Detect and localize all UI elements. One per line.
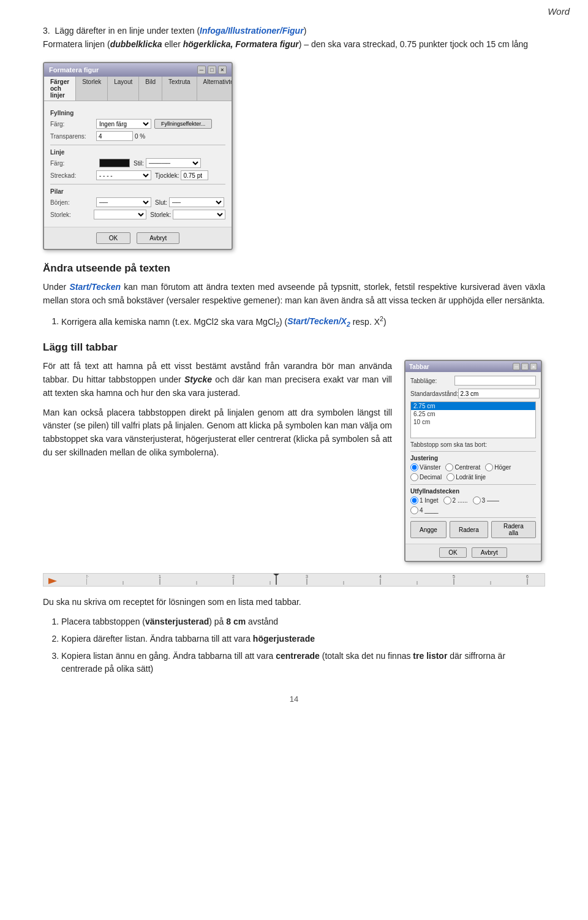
list-item-3: Kopiera listan ännu en gång. Ändra tabba… bbox=[61, 650, 545, 676]
linje-stil-label: Stil: bbox=[134, 160, 144, 167]
transparens-label: Transparens: bbox=[50, 133, 96, 140]
list-item-kemiska: Korrigera alla kemiska namn (t.ex. MgCl2… bbox=[61, 314, 545, 330]
svg-text:·2·: ·2· bbox=[86, 574, 89, 579]
radio-vanster[interactable]: Vänster bbox=[410, 463, 440, 471]
transparens-input[interactable] bbox=[96, 131, 133, 141]
tab-alternativtext[interactable]: Alternativtext bbox=[197, 77, 233, 101]
close-button[interactable]: × bbox=[218, 66, 227, 74]
tre-listor-text: tre listor bbox=[413, 651, 447, 661]
formatera-title-buttons[interactable]: ─ □ × bbox=[197, 66, 227, 74]
transparens-unit: 0 % bbox=[135, 133, 145, 140]
svg-text:4: 4 bbox=[379, 574, 382, 579]
svg-marker-25 bbox=[273, 574, 279, 576]
tabbar-dialog-container: Tabbar ─ □ × Tabbläge: Stand bbox=[404, 360, 545, 562]
tabbar-instructions-list: Placera tabbstoppen (vänsterjusterad) på… bbox=[61, 615, 545, 676]
section-3-text: 3. Lägg därefter in en linje under texte… bbox=[43, 25, 545, 51]
andra-utseende-heading: Ändra utseende på texten bbox=[43, 262, 545, 275]
tab-bild[interactable]: Bild bbox=[139, 77, 162, 101]
tjocklek-input[interactable] bbox=[181, 170, 208, 180]
8cm-text: 8 cm bbox=[226, 617, 246, 626]
storlek2-select[interactable] bbox=[173, 210, 225, 219]
tab-textruta[interactable]: Textruta bbox=[162, 77, 197, 101]
slut-label: Slut: bbox=[155, 199, 167, 206]
radio-centrerat[interactable]: Centrerat bbox=[445, 463, 480, 471]
tabbar-ok-button[interactable]: OK bbox=[439, 547, 466, 558]
maximize-button[interactable]: □ bbox=[208, 66, 216, 74]
radio-decimal[interactable]: Decimal bbox=[410, 473, 442, 481]
formatera-dialog: Formatera figur ─ □ × Färger och linjer … bbox=[43, 62, 233, 250]
radio-lodrat[interactable]: Lodrät linje bbox=[447, 473, 486, 481]
tabbar-list-item-2[interactable]: 6.25 cm bbox=[411, 410, 535, 418]
fyllning-farg-select[interactable]: Ingen färg bbox=[96, 119, 151, 129]
radio-2-dots[interactable]: 2 ...... bbox=[443, 496, 468, 504]
standardavstand-input[interactable] bbox=[458, 389, 540, 398]
ok-button[interactable]: OK bbox=[96, 232, 130, 244]
fyllning-farg-row: Färg: Ingen färg Fyllningseffekter... bbox=[50, 119, 225, 129]
lagg-till-tabbar-section: Lägg till tabbar För att få text att ham… bbox=[43, 341, 545, 562]
tabbar-footer: OK Avbryt bbox=[405, 544, 541, 561]
formatera-body: Fyllning Färg: Ingen färg Fyllningseffek… bbox=[44, 101, 232, 227]
svg-text:6: 6 bbox=[526, 574, 529, 579]
tabbar-list-item-1[interactable]: 2.75 cm bbox=[411, 402, 535, 410]
tjocklek-label: Tjocklek: bbox=[155, 172, 179, 179]
angge-button[interactable]: Angge bbox=[410, 521, 447, 538]
pilar-row1: Börjen: ── Slut: ── bbox=[50, 197, 225, 207]
lagg-till-tabbar-heading: Lägg till tabbar bbox=[43, 341, 545, 354]
tabbar-avbryt-button[interactable]: Avbryt bbox=[472, 547, 507, 558]
tabbar-minimize-btn[interactable]: ─ bbox=[513, 363, 520, 370]
tabbar-list: 2.75 cm 6.25 cm 10 cm bbox=[410, 401, 536, 438]
borjan-select[interactable]: ── bbox=[96, 197, 151, 207]
svg-text:2: 2 bbox=[232, 574, 235, 579]
avbryt-button[interactable]: Avbryt bbox=[137, 232, 179, 244]
kemiska-list: Korrigera alla kemiska namn (t.ex. MgCl2… bbox=[61, 314, 545, 330]
tabbar-maximize-btn[interactable]: □ bbox=[521, 363, 529, 370]
tabbstopp-bort-label: Tabbstopp som ska tas bort: bbox=[410, 441, 487, 448]
tab-layout[interactable]: Layout bbox=[108, 77, 139, 101]
tabblage-input[interactable] bbox=[454, 376, 536, 386]
tabbar-text1: För att få text att hamna på ett visst b… bbox=[43, 360, 392, 400]
tab-farger-linjer[interactable]: Färger och linjer bbox=[44, 77, 76, 101]
linje-streckad-row: Streckad: - - - - Tjocklek: bbox=[50, 170, 225, 180]
linje-title: Linje bbox=[50, 149, 225, 156]
radera-button[interactable]: Radera bbox=[450, 521, 488, 538]
utfyllnadstecken-label: Utfyllnadstecken bbox=[410, 488, 536, 495]
tabbstopp-bort-row: Tabbstopp som ska tas bort: bbox=[410, 441, 536, 448]
minimize-button[interactable]: ─ bbox=[197, 66, 206, 74]
andra-utseende-text: Under Start/Tecken kan man förutom att ä… bbox=[43, 281, 545, 307]
standardavstand-row: Standardavstånd: bbox=[410, 389, 536, 398]
tabbar-dialog: Tabbar ─ □ × Tabbläge: Stand bbox=[404, 360, 542, 562]
linje-stil-select[interactable]: ───── bbox=[146, 158, 201, 168]
svg-text:1: 1 bbox=[159, 574, 161, 579]
du-ska-nu-section: Du ska nu skriva om receptet för lösning… bbox=[43, 596, 545, 675]
radera-alla-button[interactable]: Radera alla bbox=[491, 521, 536, 538]
tabbar-action-buttons: Angge Radera Radera alla bbox=[410, 521, 536, 538]
fyllningseffekter-button[interactable]: Fyllningseffekter... bbox=[154, 119, 212, 129]
radio-4-under[interactable]: 4 ____ bbox=[410, 506, 439, 514]
linje-streckad-label: Streckad: bbox=[50, 172, 96, 179]
transparens-row: Transparens: 0 % bbox=[50, 131, 225, 141]
tabbar-title-buttons[interactable]: ─ □ × bbox=[513, 363, 537, 370]
linje-farg-color[interactable] bbox=[99, 159, 130, 167]
start-tecken-link: Start/Tecken bbox=[69, 282, 121, 292]
radio-hoger[interactable]: Höger bbox=[485, 463, 511, 471]
ruler: ·2· 1 2 3 4 5 6 ·7 bbox=[43, 573, 545, 587]
tabbar-close-btn[interactable]: × bbox=[530, 363, 537, 370]
tab-storlek[interactable]: Storlek bbox=[76, 77, 108, 101]
radio-3-dash[interactable]: 3 —— bbox=[473, 496, 499, 504]
tabbar-list-item-3[interactable]: 10 cm bbox=[411, 418, 535, 426]
linje-streckad-select[interactable]: - - - - bbox=[96, 170, 151, 180]
vansterjusterad-text: vänsterjusterad bbox=[145, 617, 209, 626]
ruler-arrow-icon bbox=[48, 577, 59, 587]
utfyllnad-radios: 1 Inget 2 ...... 3 —— bbox=[410, 496, 536, 504]
slut-select[interactable]: ── bbox=[169, 197, 224, 207]
formatera-footer: OK Avbryt bbox=[44, 227, 232, 249]
tabblage-label: Tabbläge: bbox=[410, 378, 454, 384]
list-item-2: Kopiera därefter listan. Ändra tabbarna … bbox=[61, 633, 545, 646]
formatera-tabs: Färger och linjer Storlek Layout Bild Te… bbox=[44, 77, 232, 101]
fyllning-farg-label: Färg: bbox=[50, 121, 96, 127]
borjan-label: Börjen: bbox=[50, 199, 96, 206]
storlek-select[interactable] bbox=[94, 210, 146, 219]
radio-1-inget[interactable]: 1 Inget bbox=[410, 496, 439, 504]
svg-text:5: 5 bbox=[453, 574, 455, 579]
section-3-intro: 3. Lägg därefter in en linje under texte… bbox=[43, 26, 306, 36]
